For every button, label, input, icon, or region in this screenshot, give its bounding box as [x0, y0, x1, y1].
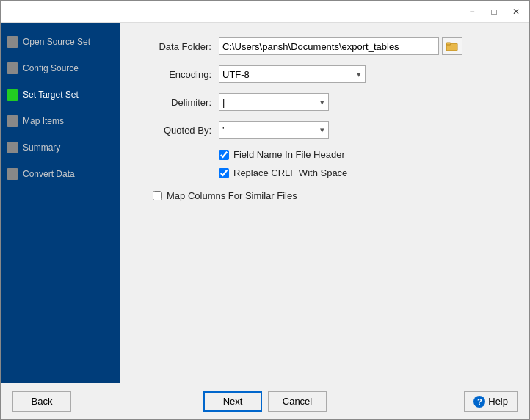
help-button[interactable]: ? Help: [464, 391, 518, 412]
help-label: Help: [488, 396, 508, 407]
data-folder-input[interactable]: [219, 37, 439, 55]
set-target-set-icon: [7, 89, 18, 101]
sidebar-item-label-open-source-set: Open Source Set: [23, 37, 90, 47]
replace-crlf-checkbox[interactable]: [219, 168, 229, 178]
sidebar-item-label-map-items: Map Items: [23, 116, 64, 126]
map-columns-row: Map Columns For Similar Files: [153, 190, 512, 201]
field-name-header-checkbox[interactable]: [219, 150, 229, 160]
help-icon: ?: [473, 396, 485, 408]
quoted-by-select-wrap: ' " None: [219, 121, 329, 139]
quoted-by-control-wrap: ' " None: [219, 121, 329, 139]
restore-button[interactable]: □: [484, 4, 504, 20]
convert-data-icon: [7, 168, 18, 180]
sidebar-item-summary[interactable]: Summary: [1, 134, 120, 161]
data-folder-row: Data Folder:: [138, 37, 512, 55]
open-source-set-icon: [7, 36, 18, 48]
delimiter-control-wrap: | , ; \t: [219, 93, 329, 111]
quoted-by-row: Quoted By: ' " None: [138, 121, 512, 139]
data-folder-control-wrap: [219, 37, 462, 55]
delimiter-label: Delimiter:: [138, 97, 219, 108]
sidebar-item-label-set-target-set: Set Target Set: [23, 90, 79, 100]
sidebar-item-open-source-set[interactable]: Open Source Set: [1, 29, 120, 55]
close-button[interactable]: ✕: [506, 4, 526, 20]
content-area: Open Source Set Config Source Set Target…: [1, 23, 529, 383]
map-columns-checkbox[interactable]: [153, 191, 162, 200]
sidebar-item-convert-data[interactable]: Convert Data: [1, 161, 120, 187]
sidebar-item-set-target-set[interactable]: Set Target Set: [1, 82, 120, 108]
delimiter-select-wrap: | , ; \t: [219, 93, 329, 111]
sidebar-item-label-config-source: Config Source: [23, 63, 79, 73]
bottom-bar: Back Next Cancel ? Help: [1, 383, 529, 419]
form-area: Data Folder: Encoding:: [138, 37, 512, 368]
map-items-icon: [7, 115, 18, 127]
data-folder-label: Data Folder:: [138, 41, 219, 52]
delimiter-row: Delimiter: | , ; \t: [138, 93, 512, 111]
map-columns-label: Map Columns For Similar Files: [167, 190, 297, 201]
encoding-select-wrap: UTF-8 UTF-16 ASCII ISO-8859-1: [219, 65, 366, 83]
bottom-bar-left: Back: [12, 391, 197, 412]
encoding-label: Encoding:: [138, 69, 219, 80]
sidebar-item-config-source[interactable]: Config Source: [1, 55, 120, 82]
sidebar-item-label-summary: Summary: [23, 142, 60, 153]
main-window: − □ ✕ Open Source Set Config Source Set …: [0, 0, 530, 420]
encoding-select[interactable]: UTF-8 UTF-16 ASCII ISO-8859-1: [219, 65, 366, 83]
cancel-button[interactable]: Cancel: [268, 391, 327, 412]
quoted-by-select[interactable]: ' " None: [219, 121, 329, 139]
sidebar-item-label-convert-data: Convert Data: [23, 169, 75, 179]
replace-crlf-label: Replace CRLF With Space: [233, 167, 347, 178]
svg-rect-1: [446, 43, 451, 45]
field-name-header-row: Field Name In File Header: [219, 149, 512, 160]
title-bar-buttons: − □ ✕: [462, 4, 526, 20]
config-source-icon: [7, 62, 18, 74]
delimiter-select[interactable]: | , ; \t: [219, 93, 329, 111]
title-bar: − □ ✕: [1, 1, 529, 23]
encoding-row: Encoding: UTF-8 UTF-16 ASCII ISO-8859-1: [138, 65, 512, 83]
minimize-button[interactable]: −: [462, 4, 482, 20]
field-name-header-label: Field Name In File Header: [233, 149, 345, 160]
sidebar: Open Source Set Config Source Set Target…: [1, 23, 120, 383]
quoted-by-label: Quoted By:: [138, 125, 219, 136]
folder-icon: [446, 41, 458, 51]
main-form-area: Data Folder: Encoding:: [120, 23, 529, 383]
bottom-bar-right: ? Help: [333, 391, 518, 412]
replace-crlf-row: Replace CRLF With Space: [219, 167, 512, 178]
summary-icon: [7, 142, 18, 153]
next-button[interactable]: Next: [203, 391, 262, 412]
sidebar-item-map-items[interactable]: Map Items: [1, 108, 120, 134]
encoding-control-wrap: UTF-8 UTF-16 ASCII ISO-8859-1: [219, 65, 366, 83]
browse-folder-button[interactable]: [442, 37, 462, 55]
bottom-bar-center: Next Cancel: [203, 391, 327, 412]
back-button[interactable]: Back: [12, 391, 71, 412]
